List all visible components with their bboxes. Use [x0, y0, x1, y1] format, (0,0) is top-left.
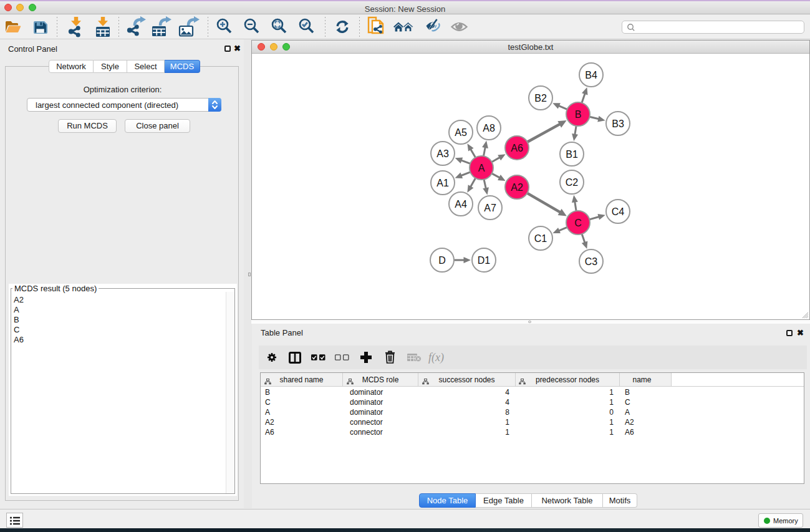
svg-text:f(x): f(x) — [428, 351, 444, 364]
svg-text:C1: C1 — [534, 233, 547, 244]
svg-text:A5: A5 — [455, 127, 467, 138]
svg-text:C2: C2 — [566, 177, 579, 188]
svg-text:A2: A2 — [511, 182, 523, 193]
svg-text:A4: A4 — [455, 199, 467, 210]
svg-text:A3: A3 — [436, 148, 449, 159]
svg-text:A: A — [478, 163, 485, 173]
svg-text:A8: A8 — [483, 123, 495, 133]
svg-text:A1: A1 — [436, 178, 449, 188]
svg-text:B1: B1 — [566, 149, 578, 160]
svg-text:B2: B2 — [534, 93, 547, 104]
svg-text:D1: D1 — [478, 255, 491, 266]
svg-text:B4: B4 — [585, 70, 597, 80]
svg-text:B: B — [575, 109, 582, 120]
svg-text:D: D — [438, 255, 446, 266]
svg-text:C4: C4 — [612, 206, 625, 217]
svg-text:A7: A7 — [484, 203, 496, 213]
svg-text:C: C — [574, 218, 582, 228]
svg-text:C3: C3 — [585, 256, 598, 267]
svg-text:B3: B3 — [612, 118, 624, 129]
svg-text:A6: A6 — [511, 143, 523, 153]
